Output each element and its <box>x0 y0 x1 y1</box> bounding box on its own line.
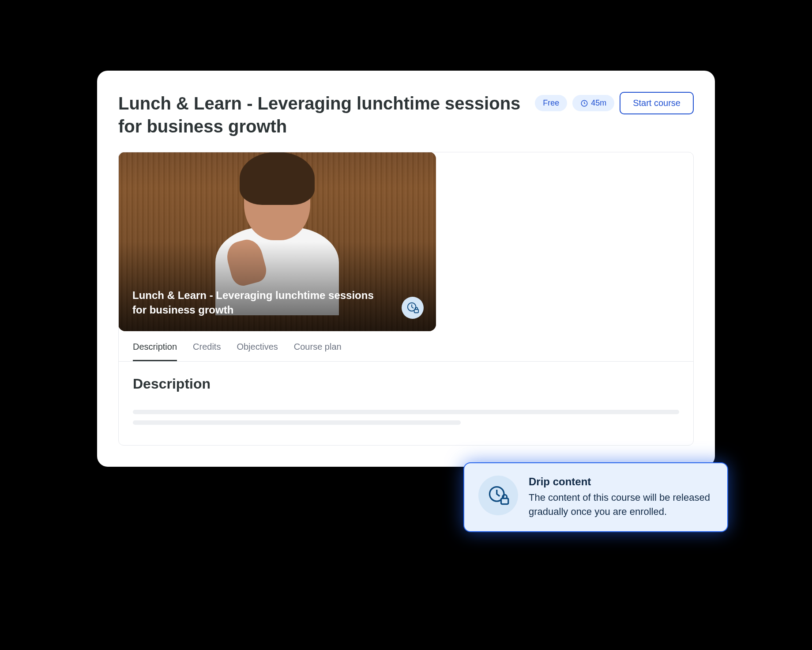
duration-badge: 45m <box>572 95 614 111</box>
tab-credits[interactable]: Credits <box>193 342 221 361</box>
skeleton-line <box>133 410 679 414</box>
section-body: Description <box>119 362 693 445</box>
tabs: Description Credits Objectives Course pl… <box>119 331 693 362</box>
hero-title: Lunch & Learn - Leveraging lunchtime ses… <box>132 288 383 317</box>
header-actions: Free 45m Start course <box>535 92 694 114</box>
course-title: Lunch & Learn - Leveraging lunchtime ses… <box>118 92 521 138</box>
callout-icon-wrap <box>478 476 518 515</box>
tab-description[interactable]: Description <box>133 342 177 361</box>
start-course-button[interactable]: Start course <box>620 92 694 114</box>
course-header: Lunch & Learn - Leveraging lunchtime ses… <box>118 92 694 138</box>
callout-title: Drip content <box>529 476 713 488</box>
course-hero-image: Lunch & Learn - Leveraging lunchtime ses… <box>118 152 436 331</box>
drip-lock-badge <box>402 297 424 319</box>
course-card: Lunch & Learn - Leveraging lunchtime ses… <box>97 71 715 467</box>
callout-content: Drip content The content of this course … <box>529 476 713 519</box>
clock-icon <box>580 99 588 107</box>
drip-content-callout: Drip content The content of this course … <box>463 462 728 532</box>
price-badge: Free <box>535 95 567 111</box>
svg-rect-2 <box>414 310 418 313</box>
section-heading: Description <box>133 376 679 392</box>
tab-course-plan[interactable]: Course plan <box>294 342 342 361</box>
svg-rect-4 <box>501 499 508 504</box>
start-course-label: Start course <box>633 98 680 108</box>
clock-lock-icon <box>487 484 510 507</box>
duration-badge-label: 45m <box>591 98 606 108</box>
content-area: Lunch & Learn - Leveraging lunchtime ses… <box>118 152 694 446</box>
clock-lock-icon <box>406 301 419 314</box>
callout-text: The content of this course will be relea… <box>529 491 713 519</box>
tab-objectives[interactable]: Objectives <box>237 342 278 361</box>
price-badge-label: Free <box>543 98 559 108</box>
skeleton-line <box>133 420 461 425</box>
